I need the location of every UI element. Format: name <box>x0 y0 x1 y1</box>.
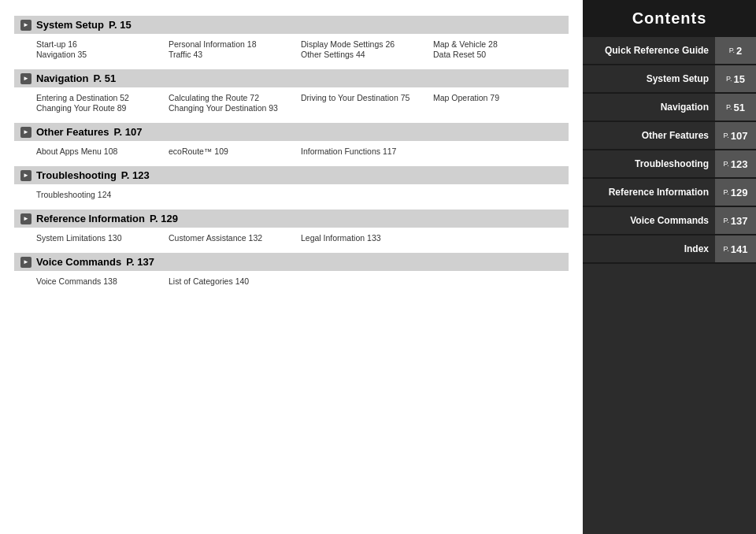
sidebar-item-label: System Setup <box>583 65 715 92</box>
section-title: Reference Information <box>36 213 145 224</box>
section-item: System Limitations 130 <box>36 233 165 243</box>
section-page-number: P. 15 <box>109 19 132 31</box>
sidebar-item-label: Navigation <box>583 94 715 121</box>
sidebar-item-label: Quick Reference Guide <box>583 37 715 64</box>
section-icon-troubleshooting: ► <box>20 170 32 181</box>
section-troubleshooting: ►Troubleshooting P. 123Troubleshooting 1… <box>14 166 569 202</box>
sidebar-item-page: P. 2 <box>715 37 756 64</box>
section-reference-information: ►Reference Information P. 129System Limi… <box>14 210 569 245</box>
section-header-reference-information: ►Reference Information P. 129 <box>14 210 569 228</box>
section-page-number: P. 129 <box>150 213 178 224</box>
sidebar-item-reference-information[interactable]: Reference InformationP. 129 <box>583 179 756 207</box>
sidebar-item-voice-commands[interactable]: Voice CommandsP. 137 <box>583 207 756 235</box>
section-item <box>433 276 562 286</box>
section-item: Changing Your Route 89 <box>36 103 165 113</box>
section-item: ecoRoute™ 109 <box>169 146 298 156</box>
section-item: Customer Assistance 132 <box>169 233 298 243</box>
section-item: About Apps Menu 108 <box>36 146 165 156</box>
section-item: Troubleshooting 124 <box>36 190 165 199</box>
section-item <box>301 276 430 286</box>
main-content: ►System Setup P. 15Start-up 16Personal I… <box>0 0 583 534</box>
section-title: System Setup <box>36 19 104 31</box>
section-page-number: P. 123 <box>121 169 150 181</box>
section-item: Legal Information 133 <box>301 233 430 243</box>
section-title: Navigation <box>36 72 88 84</box>
section-item: Personal Information 18 <box>169 39 298 49</box>
section-header-navigation: ►Navigation P. 51 <box>14 69 569 87</box>
section-header-system-setup: ►System Setup P. 15 <box>14 16 569 34</box>
sidebar-item-page: P. 141 <box>715 235 756 262</box>
sidebar-item-troubleshooting[interactable]: TroubleshootingP. 123 <box>583 150 756 179</box>
section-item: Display Mode Settings 26 <box>301 39 430 49</box>
section-item: Navigation 35 <box>36 50 165 59</box>
section-system-setup: ►System Setup P. 15Start-up 16Personal I… <box>14 16 569 61</box>
section-items-voice-commands: Voice Commands 138List of Categories 140 <box>14 274 569 288</box>
sidebar-item-label: Voice Commands <box>583 207 715 234</box>
section-page-number: P. 107 <box>113 126 142 138</box>
section-item: Other Settings 44 <box>301 50 430 59</box>
section-item: Information Functions 117 <box>301 146 430 156</box>
section-item: Start-up 16 <box>36 39 165 49</box>
section-item: Driving to Your Destination 75 <box>301 93 430 102</box>
section-title: Voice Commands <box>36 256 121 268</box>
section-item: Map & Vehicle 28 <box>433 39 562 49</box>
section-item: Voice Commands 138 <box>36 276 165 286</box>
section-item <box>301 103 430 113</box>
section-item: Data Reset 50 <box>433 50 562 59</box>
section-icon-other-features: ► <box>20 127 32 138</box>
sidebar-item-other-features[interactable]: Other FeaturesP. 107 <box>583 122 756 150</box>
section-header-troubleshooting: ►Troubleshooting P. 123 <box>14 166 569 184</box>
section-item: Traffic 43 <box>169 50 298 59</box>
section-navigation: ►Navigation P. 51Entering a Destination … <box>14 69 569 115</box>
sidebar-item-page: P. 123 <box>715 150 756 177</box>
section-items-other-features: About Apps Menu 108ecoRoute™ 109Informat… <box>14 144 569 158</box>
sidebar-item-page: P. 15 <box>715 65 756 92</box>
sidebar-item-label: Other Features <box>583 122 715 149</box>
sidebar-item-index[interactable]: IndexP. 141 <box>583 235 756 264</box>
sidebar-item-label: Reference Information <box>583 179 715 206</box>
sidebar: Contents Quick Reference GuideP. 2System… <box>583 0 756 534</box>
section-item: List of Categories 140 <box>169 276 298 286</box>
section-icon-voice-commands: ► <box>20 257 32 268</box>
section-icon-reference-information: ► <box>20 213 32 224</box>
sidebar-item-navigation[interactable]: NavigationP. 51 <box>583 94 756 122</box>
section-title: Other Features <box>36 126 109 138</box>
section-item <box>433 103 562 113</box>
section-item: Changing Your Destination 93 <box>169 103 298 113</box>
sidebar-item-quick-reference-guide[interactable]: Quick Reference GuideP. 2 <box>583 37 756 65</box>
sidebar-item-page: P. 51 <box>715 94 756 121</box>
section-item <box>433 233 562 243</box>
section-page-number: P. 51 <box>93 72 116 84</box>
section-icon-system-setup: ► <box>20 20 32 31</box>
section-icon-navigation: ► <box>20 73 32 84</box>
section-page-number: P. 137 <box>126 256 154 268</box>
section-item: Calculating the Route 72 <box>169 93 298 102</box>
sidebar-item-label: Index <box>583 235 715 262</box>
section-item: Entering a Destination 52 <box>36 93 165 102</box>
section-header-voice-commands: ►Voice Commands P. 137 <box>14 253 569 271</box>
section-items-reference-information: System Limitations 130Customer Assistanc… <box>14 231 569 245</box>
sidebar-item-page: P. 129 <box>715 179 756 206</box>
sidebar-item-system-setup[interactable]: System SetupP. 15 <box>583 65 756 94</box>
section-item <box>433 146 562 156</box>
section-item: Map Operation 79 <box>433 93 562 102</box>
section-voice-commands: ►Voice Commands P. 137Voice Commands 138… <box>14 253 569 288</box>
sidebar-item-page: P. 107 <box>715 122 756 149</box>
section-header-other-features: ►Other Features P. 107 <box>14 123 569 141</box>
section-items-system-setup: Start-up 16Personal Information 18Displa… <box>14 37 569 61</box>
sidebar-title: Contents <box>583 0 756 37</box>
sidebar-item-label: Troubleshooting <box>583 150 715 177</box>
section-title: Troubleshooting <box>36 169 117 181</box>
sidebar-item-page: P. 137 <box>715 207 756 234</box>
section-other-features: ►Other Features P. 107About Apps Menu 10… <box>14 123 569 158</box>
section-items-navigation: Entering a Destination 52Calculating the… <box>14 91 569 115</box>
section-items-troubleshooting: Troubleshooting 124 <box>14 187 569 202</box>
